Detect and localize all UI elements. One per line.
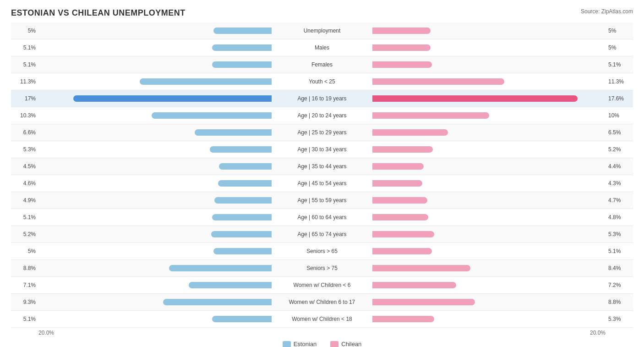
estonian-bar — [211, 231, 272, 237]
chart-row: 17%Age | 16 to 19 years17.6% — [11, 90, 633, 107]
chilean-bar-container — [372, 27, 606, 34]
legend-estonian: Estonian — [283, 341, 317, 347]
chilean-bar — [372, 282, 456, 288]
chart-row: 11.3%Youth < 2511.3% — [11, 73, 633, 90]
chilean-value: 5.1% — [606, 248, 633, 254]
estonian-bar — [212, 214, 272, 220]
row-label: Age | 35 to 44 years — [272, 163, 372, 170]
chilean-value: 8.8% — [606, 299, 633, 305]
chilean-bar-container — [372, 180, 606, 187]
chilean-value: 11.3% — [606, 78, 633, 85]
estonian-value: 4.9% — [11, 197, 38, 204]
chart-row: 5%Unemployment5% — [11, 22, 633, 39]
estonian-bar — [212, 61, 272, 68]
chilean-bar — [372, 197, 427, 204]
chart-container: ESTONIAN VS CHILEAN UNEMPLOYMENT Source:… — [0, 0, 644, 347]
estonian-value: 9.3% — [11, 299, 38, 305]
row-label: Age | 60 to 64 years — [272, 214, 372, 220]
estonian-value: 5.2% — [11, 231, 38, 237]
chilean-bar — [372, 163, 424, 170]
estonian-value: 5.1% — [11, 44, 38, 51]
chilean-bar-container — [372, 197, 606, 204]
chilean-bar — [372, 316, 434, 322]
chilean-value: 6.5% — [606, 129, 633, 136]
bars-wrapper: Age | 25 to 29 years — [38, 124, 606, 141]
estonian-bar-container — [38, 61, 272, 68]
row-label: Females — [272, 61, 372, 68]
estonian-bar — [169, 265, 272, 271]
chart-area: 5%Unemployment5%5.1%Males5%5.1%Females5.… — [11, 22, 633, 328]
axis-left: 20.0% — [38, 330, 54, 336]
chart-row: 6.6%Age | 25 to 29 years6.5% — [11, 124, 633, 141]
chilean-bar — [372, 95, 578, 102]
row-label: Age | 55 to 59 years — [272, 197, 372, 204]
chilean-value: 4.4% — [606, 163, 633, 170]
chart-row: 5.1%Males5% — [11, 39, 633, 56]
chilean-bar-container — [372, 281, 606, 289]
chilean-bar — [372, 78, 504, 85]
legend-chilean-box — [330, 341, 338, 347]
chart-row: 5.3%Age | 30 to 34 years5.2% — [11, 141, 633, 158]
chart-row: 4.9%Age | 55 to 59 years4.7% — [11, 192, 633, 209]
estonian-value: 5.1% — [11, 316, 38, 322]
axis-right: 20.0% — [590, 330, 606, 336]
legend-estonian-box — [283, 341, 291, 347]
chilean-value: 5.3% — [606, 316, 633, 322]
estonian-value: 17% — [11, 95, 38, 102]
chilean-bar — [372, 299, 475, 305]
row-label: Seniors > 65 — [272, 248, 372, 254]
estonian-bar-container — [38, 214, 272, 221]
row-label: Age | 16 to 19 years — [272, 95, 372, 102]
row-label: Age | 65 to 74 years — [272, 231, 372, 237]
estonian-bar-container — [38, 281, 272, 289]
chart-row: 7.1%Women w/ Children < 67.2% — [11, 277, 633, 294]
chilean-bar — [372, 146, 433, 153]
row-label: Age | 25 to 29 years — [272, 129, 372, 136]
row-label: Males — [272, 44, 372, 51]
estonian-value: 5.1% — [11, 214, 38, 220]
chilean-bar — [372, 28, 431, 34]
estonian-value: 11.3% — [11, 78, 38, 85]
chart-row: 5.1%Females5.1% — [11, 56, 633, 73]
chilean-value: 5% — [606, 28, 633, 34]
estonian-bar-container — [38, 315, 272, 323]
row-label: Unemployment — [272, 28, 372, 34]
estonian-bar — [212, 44, 272, 51]
chilean-bar — [372, 112, 489, 119]
chilean-bar-container — [372, 163, 606, 170]
chilean-bar — [372, 248, 432, 254]
estonian-value: 5% — [11, 248, 38, 254]
chilean-value: 4.8% — [606, 214, 633, 220]
chilean-value: 10% — [606, 112, 633, 119]
chart-title: ESTONIAN VS CHILEAN UNEMPLOYMENT — [11, 8, 186, 18]
estonian-value: 5% — [11, 28, 38, 34]
chilean-value: 4.3% — [606, 180, 633, 187]
bars-wrapper: Age | 60 to 64 years — [38, 209, 606, 226]
bars-wrapper: Males — [38, 39, 606, 56]
bars-wrapper: Age | 45 to 54 years — [38, 175, 606, 192]
row-label: Youth < 25 — [272, 78, 372, 85]
chilean-bar-container — [372, 264, 606, 272]
estonian-bar — [73, 95, 272, 102]
chart-row: 9.3%Women w/ Children 6 to 178.8% — [11, 294, 633, 311]
bars-wrapper: Age | 55 to 59 years — [38, 192, 606, 209]
estonian-bar-container — [38, 231, 272, 238]
estonian-value: 8.8% — [11, 265, 38, 271]
estonian-bar — [152, 112, 272, 119]
legend-chilean-label: Chilean — [341, 341, 361, 347]
chilean-bar — [372, 129, 448, 136]
bars-wrapper: Unemployment — [38, 22, 606, 39]
chart-row: 5.1%Age | 60 to 64 years4.8% — [11, 209, 633, 226]
estonian-bar-container — [38, 180, 272, 187]
chilean-bar-container — [372, 44, 606, 51]
estonian-bar — [218, 180, 272, 187]
bars-wrapper: Age | 65 to 74 years — [38, 226, 606, 242]
bars-wrapper: Women w/ Children 6 to 17 — [38, 294, 606, 310]
bars-wrapper: Age | 20 to 24 years — [38, 107, 606, 124]
chart-row: 10.3%Age | 20 to 24 years10% — [11, 107, 633, 124]
chilean-bar — [372, 180, 422, 187]
chilean-bar-container — [372, 78, 606, 85]
chilean-bar-container — [372, 61, 606, 68]
estonian-bar-container — [38, 197, 272, 204]
chilean-bar — [372, 61, 432, 68]
